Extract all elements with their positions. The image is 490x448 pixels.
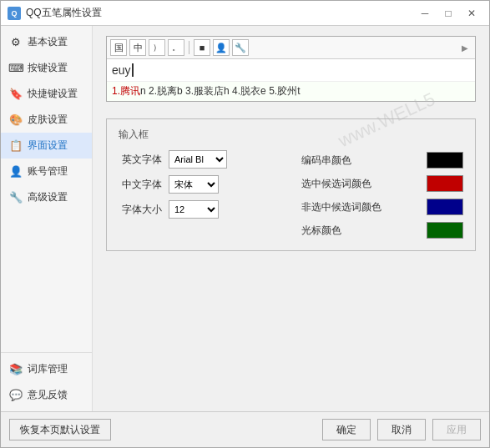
- scroll-right-icon[interactable]: ▶: [462, 43, 472, 53]
- sidebar-label-keys: 按键设置: [28, 61, 68, 75]
- candidate-bar: 1.腾讯n 2.脱离b 3.服装店h 4.脱衣e 5.胶州t: [107, 81, 475, 101]
- restore-defaults-button[interactable]: 恢复本页默认设置: [9, 419, 111, 440]
- toolbar-btn-zh[interactable]: 国: [110, 39, 127, 56]
- cursor-color-label: 光标颜色: [301, 224, 421, 238]
- candidate-4[interactable]: 4.脱衣: [232, 85, 260, 97]
- apply-button[interactable]: 应用: [432, 419, 481, 440]
- candidate-2[interactable]: 2.脱离: [149, 85, 177, 97]
- english-font-select[interactable]: Arial Bl Arial Tahoma: [169, 150, 227, 169]
- settings-grid: 英文字体 Arial Bl Arial Tahoma 中文字体 宋体: [119, 150, 463, 239]
- sidebar-item-advanced[interactable]: 🔧 高级设置: [1, 184, 92, 210]
- right-settings: 编码串颜色 选中候选词颜色 非选中候选词颜色 光标颜色: [301, 150, 464, 239]
- english-font-row: 英文字体 Arial Bl Arial Tahoma: [119, 150, 281, 169]
- candidate-4-suffix: e: [260, 85, 269, 97]
- sidebar-label-shortcuts: 快捷键设置: [28, 87, 78, 101]
- input-text: euy: [112, 63, 131, 77]
- candidate-3-suffix: h: [224, 85, 232, 97]
- account-icon: 👤: [9, 165, 23, 179]
- content-area: www.WELL5 国 中 ） 。 ■ 👤 🔧 ▶ euy: [93, 26, 489, 411]
- toolbar-sep: [189, 41, 189, 54]
- candidate-3[interactable]: 3.服装店: [185, 85, 224, 97]
- main-layout: ⚙ 基本设置 ⌨ 按键设置 🔖 快捷键设置 🎨 皮肤设置 📋 界面设置 👤: [1, 26, 489, 411]
- toolbar-btn-mode[interactable]: 中: [129, 39, 146, 56]
- cancel-button[interactable]: 取消: [377, 419, 426, 440]
- sidebar-label-account: 账号管理: [28, 164, 68, 179]
- selected-candidate-color-row: 选中候选词颜色: [301, 175, 464, 192]
- chinese-font-select[interactable]: 宋体 微软雅黑 黑体: [169, 175, 219, 194]
- sidebar-item-feedback[interactable]: 💬 意见反馈: [1, 382, 92, 408]
- ok-button[interactable]: 确定: [322, 419, 371, 440]
- toolbar-btn-period[interactable]: 。: [168, 39, 184, 56]
- sidebar-item-skin[interactable]: 🎨 皮肤设置: [1, 107, 92, 133]
- selected-candidate-color-swatch[interactable]: [427, 175, 463, 192]
- minimize-button[interactable]: ─: [414, 5, 436, 22]
- left-settings: 英文字体 Arial Bl Arial Tahoma 中文字体 宋体: [119, 150, 281, 239]
- cursor-color-swatch[interactable]: [427, 222, 463, 239]
- toolbar-btn-user[interactable]: 👤: [213, 39, 230, 56]
- sidebar-item-dict[interactable]: 📚 词库管理: [1, 356, 92, 382]
- keys-icon: ⌨: [9, 62, 23, 75]
- unselected-candidate-color-label: 非选中候选词颜色: [301, 200, 421, 214]
- shortcuts-icon: 🔖: [9, 88, 23, 101]
- english-font-label: 英文字体: [119, 153, 162, 167]
- app-icon: Q: [8, 7, 21, 20]
- preview-toolbar: 国 中 ） 。 ■ 👤 🔧 ▶: [107, 37, 475, 59]
- toolbar-btn-paren[interactable]: ）: [149, 39, 165, 56]
- encoding-color-swatch[interactable]: [427, 152, 463, 169]
- sidebar: ⚙ 基本设置 ⌨ 按键设置 🔖 快捷键设置 🎨 皮肤设置 📋 界面设置 👤: [1, 26, 93, 411]
- main-window: Q QQ五笔属性设置 ─ □ ✕ ⚙ 基本设置 ⌨ 按键设置 🔖 快捷键设置 🎨: [0, 0, 490, 448]
- input-preview: 国 中 ） 。 ■ 👤 🔧 ▶ euy 1.腾讯n 2.脱离b 3.服装店h 4…: [106, 36, 476, 102]
- sidebar-label-interface: 界面设置: [28, 138, 68, 153]
- candidate-5[interactable]: 5.胶州: [269, 85, 297, 97]
- input-section: 输入框 英文字体 Arial Bl Arial Tahoma: [106, 118, 476, 251]
- skin-icon: 🎨: [9, 113, 23, 127]
- title-bar: Q QQ五笔属性设置 ─ □ ✕: [1, 1, 489, 26]
- advanced-icon: 🔧: [9, 191, 23, 204]
- candidate-1[interactable]: 1.腾讯: [112, 85, 140, 97]
- toolbar-btn-settings[interactable]: 🔧: [232, 39, 249, 56]
- window-title: QQ五笔属性设置: [26, 6, 414, 20]
- font-size-row: 字体大小 10 11 12 13 14: [119, 200, 281, 219]
- cursor: [132, 63, 134, 77]
- selected-candidate-color-label: 选中候选词颜色: [301, 177, 421, 191]
- font-size-select[interactable]: 10 11 12 13 14: [169, 200, 219, 219]
- dict-icon: 📚: [9, 363, 23, 376]
- chinese-font-row: 中文字体 宋体 微软雅黑 黑体: [119, 175, 281, 194]
- font-size-label: 字体大小: [119, 203, 162, 217]
- toolbar-btn-skin[interactable]: ■: [194, 39, 210, 56]
- interface-icon: 📋: [9, 139, 23, 153]
- sidebar-label-dict: 词库管理: [28, 362, 68, 376]
- unselected-candidate-color-row: 非选中候选词颜色: [301, 199, 464, 215]
- encoding-color-label: 编码串颜色: [301, 154, 421, 168]
- encoding-color-row: 编码串颜色: [301, 152, 464, 169]
- sidebar-item-keys[interactable]: ⌨ 按键设置: [1, 55, 92, 81]
- sidebar-item-interface[interactable]: 📋 界面设置: [1, 133, 92, 159]
- sidebar-label-feedback: 意见反馈: [28, 388, 68, 402]
- sidebar-item-shortcuts[interactable]: 🔖 快捷键设置: [1, 81, 92, 107]
- section-title: 输入框: [119, 128, 463, 142]
- sidebar-label-basic: 基本设置: [28, 35, 68, 49]
- chinese-font-label: 中文字体: [119, 178, 162, 192]
- candidate-2-suffix: b: [177, 85, 185, 97]
- window-controls: ─ □ ✕: [414, 5, 482, 22]
- basic-icon: ⚙: [9, 36, 23, 49]
- sidebar-item-account[interactable]: 👤 账号管理: [1, 159, 92, 184]
- feedback-icon: 💬: [9, 389, 23, 402]
- candidate-5-suffix: t: [297, 85, 300, 97]
- close-button[interactable]: ✕: [461, 5, 482, 22]
- cursor-color-row: 光标颜色: [301, 222, 464, 239]
- sidebar-label-advanced: 高级设置: [28, 190, 68, 204]
- candidate-1-suffix: n: [140, 85, 149, 97]
- input-text-area[interactable]: euy: [107, 59, 475, 81]
- sidebar-bottom: 📚 词库管理 💬 意见反馈: [1, 352, 92, 408]
- sidebar-label-skin: 皮肤设置: [28, 113, 68, 127]
- sidebar-item-basic[interactable]: ⚙ 基本设置: [1, 29, 92, 55]
- unselected-candidate-color-swatch[interactable]: [427, 199, 463, 215]
- maximize-button[interactable]: □: [437, 5, 459, 22]
- bottom-bar: 恢复本页默认设置 确定 取消 应用: [1, 411, 489, 447]
